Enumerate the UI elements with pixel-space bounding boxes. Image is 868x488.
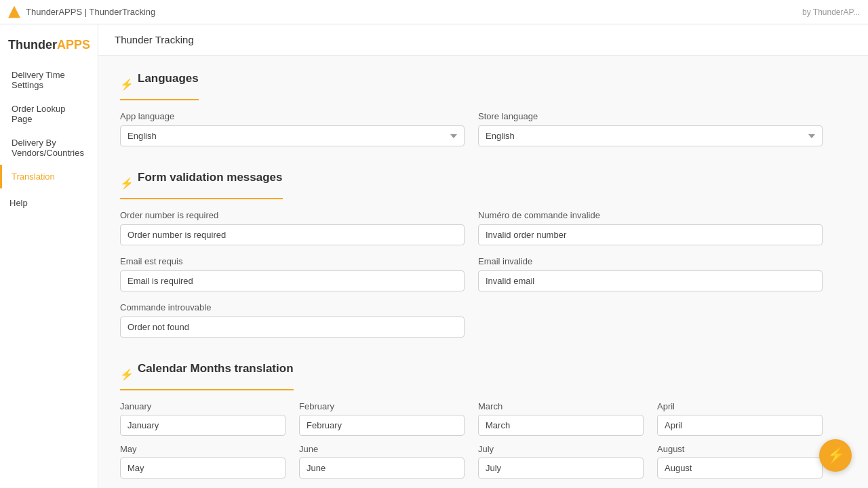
store-language-label: Store language [478, 111, 823, 121]
months-grid: JanuaryFebruaryMarchAprilMayJuneJulyAugu… [120, 401, 823, 488]
email-required-input[interactable] [120, 270, 465, 291]
month-input-june[interactable] [299, 458, 465, 479]
sidebar-item-delivery-time[interactable]: Delivery Time Settings [0, 63, 98, 97]
sidebar-nav: Delivery Time Settings Order Lookup Page… [0, 63, 98, 188]
validation-row-3: Commande introuvable [120, 302, 823, 338]
logo-thunder-text: Thunder [8, 38, 57, 52]
validation-row-2: Email est requis Email invalide [120, 256, 823, 291]
month-label-march: March [478, 401, 644, 411]
top-bar: ThunderAPPS | ThunderTracking by Thunder… [0, 0, 868, 24]
month-group-august: August [657, 444, 823, 479]
sidebar: ThunderAPPS Delivery Time Settings Order… [0, 24, 98, 488]
order-not-found-label: Commande introuvable [120, 302, 465, 312]
store-language-select[interactable]: English French Spanish German [478, 125, 823, 146]
main-content: Thunder Tracking ⚡ Languages App languag… [98, 24, 868, 488]
order-required-group: Order number is required [120, 210, 465, 245]
top-bar-title: ThunderAPPS | ThunderTracking [26, 7, 155, 17]
month-input-july[interactable] [478, 458, 644, 479]
sidebar-item-translation[interactable]: Translation [0, 165, 98, 188]
month-label-june: June [299, 444, 465, 454]
page-header: Thunder Tracking [98, 24, 868, 56]
month-group-march: March [478, 401, 644, 436]
month-group-july: July [478, 444, 644, 479]
bolt-icon-calendar: ⚡ [120, 368, 134, 381]
order-required-label: Order number is required [120, 210, 465, 220]
sidebar-logo: ThunderAPPS [0, 33, 98, 63]
month-label-may: May [120, 444, 285, 454]
logo-apps-text: APPS [57, 38, 90, 52]
thunderapps-logo-icon [8, 6, 20, 18]
month-input-april[interactable] [657, 415, 823, 436]
month-group-may: May [120, 444, 285, 479]
month-input-august[interactable] [657, 458, 823, 479]
month-group-april: April [657, 401, 823, 436]
month-input-february[interactable] [299, 415, 465, 436]
sidebar-item-delivery-vendors[interactable]: Delivery By Vendors/Countries [0, 131, 98, 165]
sidebar-item-help[interactable]: Help [0, 191, 98, 215]
month-input-may[interactable] [120, 458, 285, 479]
month-label-february: February [299, 401, 465, 411]
app-language-label: App language [120, 111, 465, 121]
app-language-select[interactable]: English French Spanish German [120, 125, 465, 146]
form-validation-section: ⚡ Form validation messages Order number … [120, 171, 823, 338]
month-label-january: January [120, 401, 285, 411]
order-not-found-group: Commande introuvable [120, 302, 465, 338]
month-group-january: January [120, 401, 285, 436]
bolt-icon-form-validation: ⚡ [120, 177, 134, 190]
invalid-order-group: Numéro de commande invalide [478, 210, 823, 245]
calendar-months-section: ⚡ Calendar Months translation JanuaryFeb… [120, 362, 823, 488]
page-title: Thunder Tracking [115, 34, 194, 45]
languages-section: ⚡ Languages App language English French … [120, 72, 823, 146]
bolt-icon-languages: ⚡ [120, 78, 134, 91]
top-bar-left: ThunderAPPS | ThunderTracking [8, 6, 155, 18]
invalid-order-input[interactable] [478, 224, 823, 245]
languages-title-wrapper: ⚡ Languages [120, 72, 199, 100]
month-label-april: April [657, 401, 823, 411]
invalid-email-group: Email invalide [478, 256, 823, 291]
month-input-january[interactable] [120, 415, 285, 436]
content-area: ⚡ Languages App language English French … [98, 56, 844, 488]
sidebar-item-order-lookup[interactable]: Order Lookup Page [0, 97, 98, 131]
fab-button[interactable]: ⚡ [819, 439, 852, 472]
languages-section-title: Languages [138, 72, 199, 85]
fab-icon: ⚡ [827, 448, 845, 463]
email-required-label: Email est requis [120, 256, 465, 266]
month-input-march[interactable] [478, 415, 644, 436]
email-required-group: Email est requis [120, 256, 465, 291]
order-not-found-input[interactable] [120, 317, 465, 338]
month-group-february: February [299, 401, 465, 436]
validation-row-1: Order number is required Numéro de comma… [120, 210, 823, 245]
month-group-june: June [299, 444, 465, 479]
app-language-group: App language English French Spanish Germ… [120, 111, 465, 146]
month-label-august: August [657, 444, 823, 454]
languages-form-row: App language English French Spanish Germ… [120, 111, 823, 146]
top-bar-by: by ThunderAP... [802, 7, 860, 17]
order-required-input[interactable] [120, 224, 465, 245]
invalid-email-label: Email invalide [478, 256, 823, 266]
store-language-group: Store language English French Spanish Ge… [478, 111, 823, 146]
month-label-july: July [478, 444, 644, 454]
calendar-months-section-title: Calendar Months translation [138, 362, 294, 375]
calendar-months-title-wrapper: ⚡ Calendar Months translation [120, 362, 294, 390]
invalid-email-input[interactable] [478, 270, 823, 291]
form-validation-section-title: Form validation messages [138, 171, 283, 184]
form-validation-title-wrapper: ⚡ Form validation messages [120, 171, 283, 199]
invalid-order-label: Numéro de commande invalide [478, 210, 823, 220]
